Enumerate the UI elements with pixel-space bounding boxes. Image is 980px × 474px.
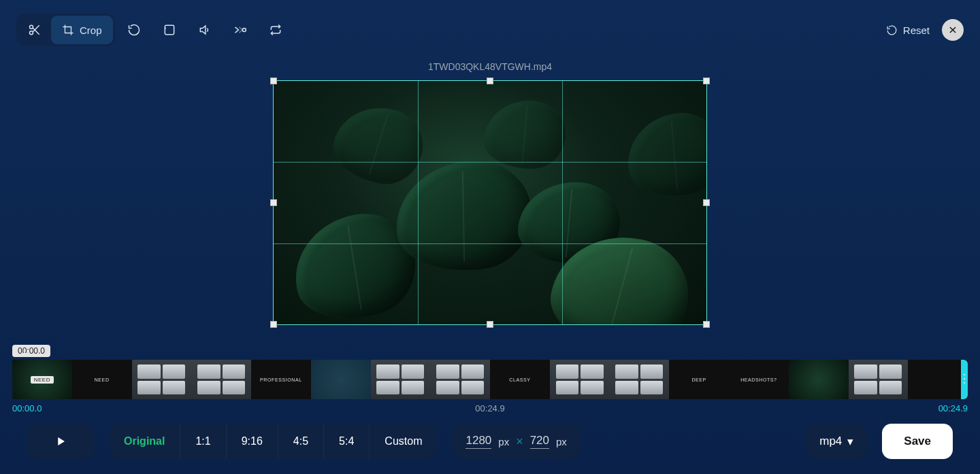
height-unit: px bbox=[556, 436, 567, 447]
timeline-thumb[interactable] bbox=[132, 360, 192, 399]
flip-icon bbox=[163, 23, 176, 37]
cut-crop-group: Crop bbox=[16, 14, 115, 46]
trim-end-handle[interactable] bbox=[961, 360, 968, 399]
timeline-thumb[interactable]: HEADSHOTS? bbox=[729, 360, 789, 399]
timeline-thumb[interactable] bbox=[430, 360, 490, 399]
timeline-thumb[interactable] bbox=[191, 360, 251, 399]
play-button[interactable] bbox=[27, 424, 94, 459]
reset-button[interactable]: Reset bbox=[886, 24, 930, 36]
rotate-button[interactable] bbox=[118, 16, 150, 44]
times-icon: × bbox=[516, 435, 523, 449]
ratio-9-16[interactable]: 9:16 bbox=[227, 424, 278, 459]
reset-label: Reset bbox=[903, 24, 930, 36]
width-input[interactable]: 1280 bbox=[466, 434, 491, 449]
volume-button[interactable] bbox=[189, 16, 221, 44]
close-icon bbox=[948, 25, 958, 35]
ratio-custom[interactable]: Custom bbox=[370, 424, 437, 459]
timeline-thumb[interactable] bbox=[311, 360, 371, 399]
timeline-thumb[interactable]: CLASSY bbox=[490, 360, 550, 399]
scissors-icon bbox=[28, 23, 42, 37]
ratio-4-5[interactable]: 4:5 bbox=[278, 424, 324, 459]
toolbar-right: Reset bbox=[886, 19, 964, 41]
crop-label: Crop bbox=[80, 24, 102, 36]
top-toolbar: Crop bbox=[0, 0, 980, 46]
bottom-bar: Original 1:1 9:16 4:5 5:4 Custom 1280 px… bbox=[0, 410, 980, 474]
playhead-time: 00:00.0 bbox=[12, 345, 50, 357]
crop-icon bbox=[62, 24, 74, 36]
loop-icon bbox=[268, 23, 283, 37]
flip-button[interactable] bbox=[153, 16, 186, 44]
timeline[interactable]: NEED NEED PROFESSIONAL CLASSY DEEP HEADS… bbox=[12, 360, 968, 399]
loop-button[interactable] bbox=[259, 16, 292, 44]
save-button[interactable]: Save bbox=[882, 424, 953, 459]
filename-label: 1TWD03QKL48VTGWH.mp4 bbox=[0, 61, 980, 72]
width-unit: px bbox=[498, 436, 509, 447]
timeline-thumb[interactable] bbox=[371, 360, 431, 399]
crop-preview[interactable] bbox=[273, 80, 707, 325]
save-label: Save bbox=[904, 435, 931, 448]
timeline-thumb[interactable]: NEED bbox=[12, 360, 72, 399]
speed-button[interactable] bbox=[224, 16, 257, 44]
timeline-thumb[interactable]: PROFESSIONAL bbox=[251, 360, 311, 399]
ratio-original[interactable]: Original bbox=[109, 424, 180, 459]
timeline-thumb[interactable] bbox=[610, 360, 670, 399]
timeline-thumb[interactable] bbox=[789, 360, 849, 399]
rotate-ccw-icon bbox=[127, 23, 141, 37]
speed-icon bbox=[233, 23, 248, 37]
timeline-thumb[interactable]: NEED bbox=[72, 360, 132, 399]
height-input[interactable]: 720 bbox=[530, 434, 549, 449]
chevron-down-icon: ▾ bbox=[847, 435, 853, 449]
close-button[interactable] bbox=[942, 19, 964, 41]
reset-icon bbox=[886, 24, 898, 36]
crop-button[interactable]: Crop bbox=[51, 16, 113, 44]
ratio-5-4[interactable]: 5:4 bbox=[324, 424, 370, 459]
play-icon bbox=[54, 435, 67, 447]
ratio-1-1[interactable]: 1:1 bbox=[180, 424, 226, 459]
svg-rect-2 bbox=[165, 25, 174, 34]
trim-button[interactable] bbox=[18, 16, 51, 44]
format-select[interactable]: mp4 ▾ bbox=[806, 424, 867, 459]
timeline-thumb[interactable] bbox=[849, 360, 909, 399]
video-frame bbox=[273, 80, 707, 325]
timeline-thumb[interactable] bbox=[550, 360, 610, 399]
volume-icon bbox=[198, 23, 212, 37]
timeline-thumb[interactable] bbox=[908, 360, 968, 399]
dimensions-group: 1280 px × 720 px bbox=[452, 424, 580, 459]
format-label: mp4 bbox=[819, 435, 842, 448]
timeline-thumb[interactable]: DEEP bbox=[669, 360, 729, 399]
aspect-ratio-group: Original 1:1 9:16 4:5 5:4 Custom bbox=[109, 424, 437, 459]
tool-group: Crop bbox=[16, 14, 292, 46]
timeline-area: 00:00.0 NEED NEED PROFESSIONAL CLASSY DE… bbox=[12, 344, 968, 413]
